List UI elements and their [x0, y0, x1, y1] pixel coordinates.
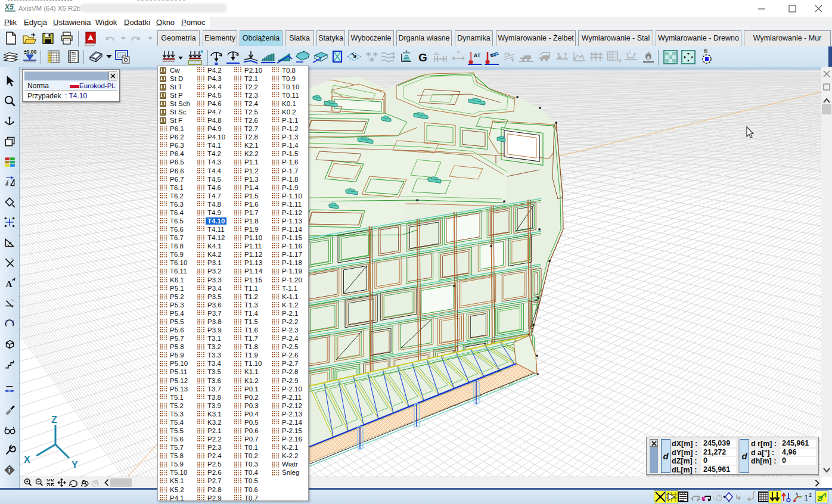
svg-text:ΔT: ΔT	[474, 52, 481, 58]
svg-text:F: F	[629, 50, 631, 54]
svg-text:2: 2	[809, 492, 812, 498]
svg-text:1: 1	[804, 493, 808, 502]
svg-text:2: 2	[11, 319, 14, 325]
svg-text:G: G	[418, 51, 427, 64]
svg-text:X: X	[24, 455, 30, 465]
svg-text:F: F	[457, 50, 460, 55]
svg-text:X5: X5	[5, 3, 14, 11]
svg-text:Z: Z	[51, 415, 57, 425]
svg-text:Y: Y	[72, 460, 78, 470]
svg-text:±0.00: ±0.00	[24, 49, 36, 55]
svg-text:ΔL: ΔL	[434, 51, 440, 56]
svg-text:A: A	[5, 279, 12, 289]
svg-text:ΔT: ΔT	[490, 52, 496, 58]
svg-text:φ: φ	[618, 57, 622, 63]
svg-text:m: m	[704, 48, 707, 55]
svg-text:1: 1	[5, 319, 7, 325]
